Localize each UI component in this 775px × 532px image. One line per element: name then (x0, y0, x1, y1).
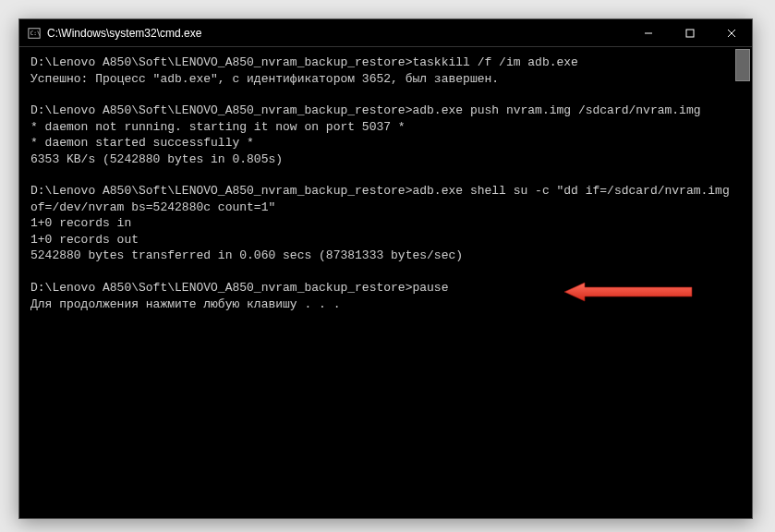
terminal-body[interactable]: D:\Lenovo A850\Soft\LENOVO_A850_nvram_ba… (19, 47, 752, 518)
output-block: D:\Lenovo A850\Soft\LENOVO_A850_nvram_ba… (30, 103, 741, 167)
terminal-line: D:\Lenovo A850\Soft\LENOVO_A850_nvram_ba… (30, 103, 741, 119)
terminal-line: D:\Lenovo A850\Soft\LENOVO_A850_nvram_ba… (30, 54, 741, 71)
cmd-window: C:\ C:\Windows\system32\cmd.exe D:\Lenov… (18, 18, 753, 519)
output-block: D:\Lenovo A850\Soft\LENOVO_A850_nvram_ba… (30, 280, 741, 312)
svg-rect-3 (686, 30, 694, 37)
minimize-button[interactable] (627, 19, 669, 46)
scrollbar-thumb[interactable] (735, 49, 750, 81)
terminal-line: 6353 KB/s (5242880 bytes in 0.805s) (30, 151, 741, 168)
terminal-line: * daemon not running. starting it now on… (30, 119, 741, 136)
maximize-button[interactable] (669, 19, 710, 46)
titlebar[interactable]: C:\ C:\Windows\system32\cmd.exe (19, 19, 752, 47)
terminal-line: * daemon started successfully * (30, 135, 741, 151)
output-block: D:\Lenovo A850\Soft\LENOVO_A850_nvram_ba… (30, 54, 741, 87)
svg-text:C:\: C:\ (30, 29, 41, 35)
terminal-line: 1+0 records out (30, 232, 741, 248)
terminal-line: 1+0 records in (30, 215, 741, 232)
window-controls (627, 19, 752, 46)
terminal-line: D:\Lenovo A850\Soft\LENOVO_A850_nvram_ba… (30, 183, 741, 215)
terminal-line: D:\Lenovo A850\Soft\LENOVO_A850_nvram_ba… (30, 280, 741, 296)
window-title: C:\Windows\system32\cmd.exe (47, 27, 627, 40)
close-button[interactable] (710, 19, 752, 46)
output-block: D:\Lenovo A850\Soft\LENOVO_A850_nvram_ba… (30, 183, 741, 264)
terminal-line: Для продолжения нажмите любую клавишу . … (30, 296, 741, 313)
terminal-line: 5242880 bytes transferred in 0.060 secs … (30, 248, 741, 264)
cmd-icon: C:\ (27, 26, 42, 41)
terminal-line: Успешно: Процесс "adb.exe", с идентифика… (30, 71, 741, 88)
